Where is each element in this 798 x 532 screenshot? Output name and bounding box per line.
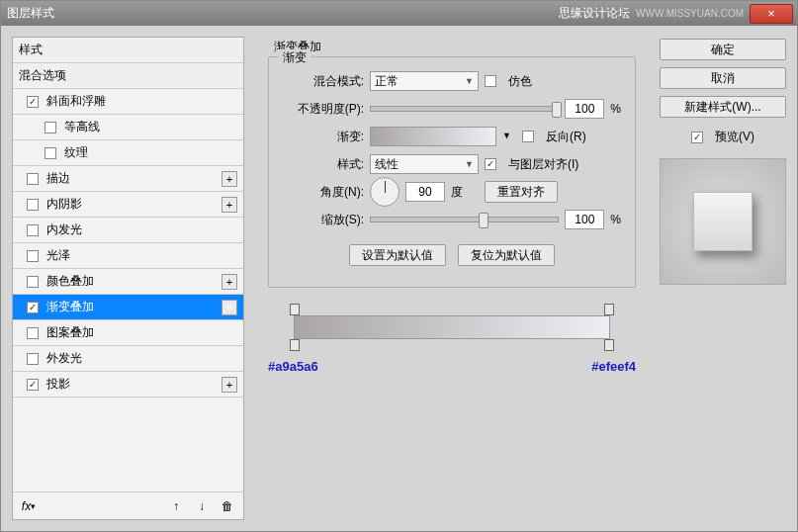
color-hex-left: #a9a5a6 bbox=[268, 359, 318, 374]
blend-options-header[interactable]: 混合选项 bbox=[13, 63, 243, 89]
blend-mode-select[interactable]: 正常▼ bbox=[370, 71, 479, 91]
url-text: WWW.MISSYUAN.COM bbox=[636, 8, 744, 19]
color-stop-right[interactable] bbox=[604, 339, 614, 351]
titlebar: 图层样式 思缘设计论坛 WWW.MISSYUAN.COM × bbox=[1, 1, 797, 26]
gradient-picker[interactable]: ▼ bbox=[370, 127, 496, 146]
add-inner-shadow-button[interactable]: + bbox=[222, 197, 237, 213]
checkbox-color-overlay[interactable] bbox=[27, 276, 39, 288]
angle-label: 角度(N): bbox=[283, 184, 364, 201]
close-icon: × bbox=[767, 6, 775, 21]
checkbox-inner-shadow[interactable] bbox=[27, 199, 39, 211]
add-color-overlay-button[interactable]: + bbox=[222, 274, 237, 290]
checkbox-inner-glow[interactable] bbox=[27, 224, 39, 236]
scale-input[interactable]: 100 bbox=[565, 210, 604, 229]
slider-thumb[interactable] bbox=[479, 213, 488, 228]
trash-icon[interactable]: 🗑 bbox=[218, 496, 237, 516]
checkbox-stroke[interactable] bbox=[27, 173, 39, 185]
scale-label: 缩放(S): bbox=[283, 212, 364, 228]
settings-panel: 渐变叠加 渐变 混合模式: 正常▼ 仿色 不透明度(P): bbox=[254, 37, 650, 520]
style-item-texture[interactable]: 纹理 bbox=[13, 140, 243, 166]
slider-thumb[interactable] bbox=[552, 102, 562, 118]
gradient-group: 渐变 混合模式: 正常▼ 仿色 不透明度(P): 100 bbox=[268, 56, 636, 288]
window-title: 图层样式 bbox=[5, 5, 559, 22]
angle-dial[interactable] bbox=[370, 177, 399, 207]
layer-style-dialog: 图层样式 思缘设计论坛 WWW.MISSYUAN.COM × 样式 混合选项 斜… bbox=[0, 0, 798, 532]
checkbox-satin[interactable] bbox=[27, 250, 39, 262]
chevron-down-icon: ▼ bbox=[502, 131, 511, 140]
style-item-gradient-overlay[interactable]: 渐变叠加 + bbox=[13, 295, 243, 320]
style-select[interactable]: 线性▼ bbox=[370, 154, 479, 174]
ok-button[interactable]: 确定 bbox=[660, 39, 786, 60]
add-stroke-button[interactable]: + bbox=[222, 171, 237, 187]
gradient-bar[interactable] bbox=[294, 315, 610, 339]
checkbox-texture[interactable] bbox=[44, 147, 56, 159]
opacity-label: 不透明度(P): bbox=[283, 101, 364, 118]
close-button[interactable]: × bbox=[750, 4, 793, 24]
action-panel: 确定 取消 新建样式(W)... 预览(V) bbox=[660, 37, 786, 520]
add-gradient-overlay-button[interactable]: + bbox=[222, 300, 237, 315]
sidebar-footer: fx▾ ↑ ↓ 🗑 bbox=[13, 491, 243, 519]
fx-menu-icon[interactable]: fx▾ bbox=[19, 496, 39, 516]
style-item-pattern-overlay[interactable]: 图案叠加 bbox=[13, 320, 243, 346]
checkbox-contour[interactable] bbox=[44, 122, 56, 133]
style-item-inner-glow[interactable]: 内发光 bbox=[13, 218, 243, 243]
style-label: 样式: bbox=[283, 156, 364, 173]
move-down-icon[interactable]: ↓ bbox=[192, 496, 212, 516]
color-hex-right: #efeef4 bbox=[591, 359, 636, 374]
angle-input[interactable]: 90 bbox=[405, 182, 445, 202]
preview-box bbox=[660, 158, 786, 285]
set-default-button[interactable]: 设置为默认值 bbox=[349, 244, 446, 266]
add-drop-shadow-button[interactable]: + bbox=[222, 377, 237, 393]
dither-checkbox[interactable]: 仿色 bbox=[485, 73, 532, 90]
style-item-satin[interactable]: 光泽 bbox=[13, 243, 243, 269]
preview-thumbnail bbox=[693, 192, 753, 251]
blend-mode-label: 混合模式: bbox=[283, 73, 364, 90]
opacity-input[interactable]: 100 bbox=[565, 99, 604, 119]
cancel-button[interactable]: 取消 bbox=[660, 67, 786, 89]
styles-sidebar: 样式 混合选项 斜面和浮雕 等高线 纹理 描边 + bbox=[12, 37, 244, 520]
chevron-down-icon: ▼ bbox=[465, 159, 474, 169]
style-item-stroke[interactable]: 描边 + bbox=[13, 166, 243, 192]
color-stop-left[interactable] bbox=[290, 339, 300, 351]
forum-text: 思缘设计论坛 bbox=[559, 5, 630, 22]
opacity-stop-right[interactable] bbox=[604, 304, 614, 315]
style-item-outer-glow[interactable]: 外发光 bbox=[13, 346, 243, 372]
opacity-slider[interactable] bbox=[370, 106, 559, 112]
checkbox-pattern-overlay[interactable] bbox=[27, 327, 39, 339]
group-legend: 渐变 bbox=[279, 49, 310, 66]
checkbox-outer-glow[interactable] bbox=[27, 353, 39, 365]
gradient-editor: #a9a5a6 #efeef4 bbox=[268, 306, 636, 375]
style-item-bevel[interactable]: 斜面和浮雕 bbox=[13, 89, 243, 115]
style-item-color-overlay[interactable]: 颜色叠加 + bbox=[13, 269, 243, 295]
style-item-contour[interactable]: 等高线 bbox=[13, 115, 243, 140]
style-item-inner-shadow[interactable]: 内阴影 + bbox=[13, 192, 243, 218]
preview-checkbox[interactable]: 预览(V) bbox=[660, 129, 786, 145]
checkbox-drop-shadow[interactable] bbox=[27, 379, 39, 391]
reverse-checkbox[interactable]: 反向(R) bbox=[522, 129, 586, 145]
reset-default-button[interactable]: 复位为默认值 bbox=[458, 244, 555, 266]
checkbox-gradient-overlay[interactable] bbox=[27, 302, 39, 313]
move-up-icon[interactable]: ↑ bbox=[166, 496, 186, 516]
scale-slider[interactable] bbox=[370, 217, 559, 222]
chevron-down-icon: ▼ bbox=[465, 76, 474, 86]
opacity-stop-left[interactable] bbox=[290, 304, 300, 315]
gradient-label: 渐变: bbox=[283, 129, 364, 145]
reset-align-button[interactable]: 重置对齐 bbox=[485, 181, 558, 203]
checkbox-bevel[interactable] bbox=[27, 96, 39, 108]
styles-header[interactable]: 样式 bbox=[13, 38, 243, 63]
new-style-button[interactable]: 新建样式(W)... bbox=[660, 96, 786, 118]
style-item-drop-shadow[interactable]: 投影 + bbox=[13, 372, 243, 398]
align-checkbox[interactable]: 与图层对齐(I) bbox=[485, 156, 578, 173]
